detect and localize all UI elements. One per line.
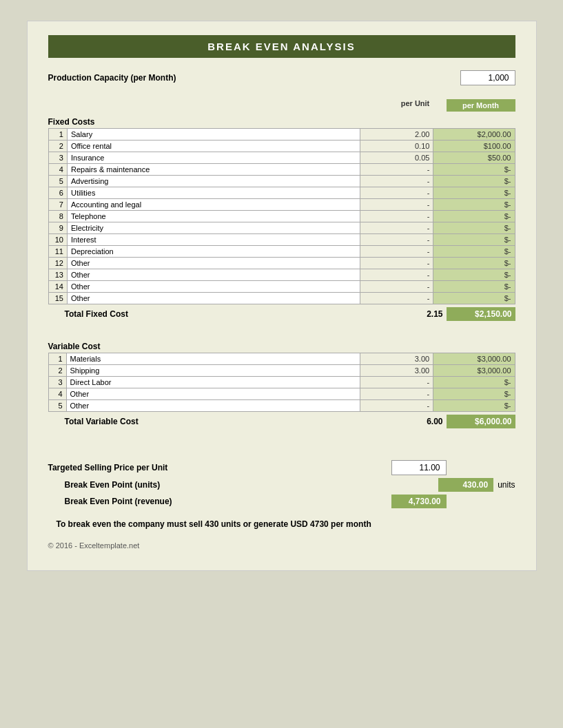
header-per-month: per Month xyxy=(447,99,515,112)
row-unit: 0.10 xyxy=(360,141,433,152)
row-name[interactable]: Office rental xyxy=(67,141,360,152)
main-container: BREAK EVEN ANALYSIS Production Capacity … xyxy=(27,21,537,571)
row-name[interactable]: Other xyxy=(67,258,360,269)
row-month: $- xyxy=(433,246,515,258)
row-unit: - xyxy=(360,281,433,293)
fixed-cost-row: 2 Office rental 0.10 $100.00 xyxy=(48,141,515,152)
row-month: $- xyxy=(433,281,515,293)
fixed-costs-label: Fixed Costs xyxy=(48,117,515,127)
variable-cost-row: 1 Materials 3.00 $3,000.00 xyxy=(48,353,515,365)
row-month: $- xyxy=(433,293,515,304)
row-month: $- xyxy=(433,164,515,176)
row-number: 15 xyxy=(48,293,67,304)
row-name[interactable]: Advertising xyxy=(67,176,360,187)
row-month: $- xyxy=(433,211,515,222)
row-unit: - xyxy=(360,246,433,258)
bottom-section: Targeted Selling Price per Unit 11.00 Br… xyxy=(48,460,515,508)
row-month: $- xyxy=(433,377,515,388)
row-name[interactable]: Insurance xyxy=(67,152,360,164)
row-number: 9 xyxy=(48,222,67,234)
row-unit: - xyxy=(360,258,433,269)
row-number: 12 xyxy=(48,258,67,269)
targeted-selling-value[interactable]: 11.00 xyxy=(391,460,447,475)
row-unit: 3.00 xyxy=(360,365,433,377)
row-name[interactable]: Depreciation xyxy=(67,246,360,258)
fixed-cost-row: 10 Interest - $- xyxy=(48,234,515,246)
total-fixed-cost-row: Total Fixed Cost 2.15 $2,150.00 xyxy=(48,307,515,321)
fixed-cost-row: 12 Other - $- xyxy=(48,258,515,269)
row-month: $- xyxy=(433,222,515,234)
variable-cost-row: 3 Direct Labor - $- xyxy=(48,377,515,388)
row-name[interactable]: Accounting and legal xyxy=(67,199,360,211)
fixed-cost-row: 4 Repairs & maintenance - $- xyxy=(48,164,515,176)
row-name[interactable]: Other xyxy=(66,388,360,400)
row-name[interactable]: Electricity xyxy=(67,222,360,234)
fixed-cost-row: 5 Advertising - $- xyxy=(48,176,515,187)
row-name[interactable]: Direct Labor xyxy=(66,377,360,388)
row-unit: - xyxy=(360,234,433,246)
production-label: Production Capacity (per Month) xyxy=(48,73,460,83)
row-unit: - xyxy=(360,211,433,222)
production-capacity-row: Production Capacity (per Month) 1,000 xyxy=(48,70,515,85)
summary-text: To break even the company must sell 430 … xyxy=(48,519,515,529)
fixed-cost-row: 7 Accounting and legal - $- xyxy=(48,199,515,211)
row-month: $2,000.00 xyxy=(433,129,515,141)
row-number: 3 xyxy=(48,377,66,388)
production-value[interactable]: 1,000 xyxy=(460,70,515,85)
fixed-cost-row: 14 Other - $- xyxy=(48,281,515,293)
row-month: $- xyxy=(433,176,515,187)
fixed-cost-row: 3 Insurance 0.05 $50.00 xyxy=(48,152,515,164)
row-name[interactable]: Telephone xyxy=(67,211,360,222)
row-month: $50.00 xyxy=(433,152,515,164)
total-fixed-cost-label: Total Fixed Cost xyxy=(48,309,385,319)
footer: © 2016 - Exceltemplate.net xyxy=(48,541,515,550)
row-number: 1 xyxy=(48,353,66,365)
row-name[interactable]: Materials xyxy=(66,353,360,365)
total-fixed-cost-month: $2,150.00 xyxy=(447,307,515,321)
row-number: 5 xyxy=(48,400,66,412)
row-name[interactable]: Interest xyxy=(67,234,360,246)
fixed-cost-row: 15 Other - $- xyxy=(48,293,515,304)
total-variable-cost-unit: 6.00 xyxy=(385,417,447,426)
total-variable-cost-row: Total Variable Cost 6.00 $6,000.00 xyxy=(48,415,515,428)
row-unit: 0.05 xyxy=(360,152,433,164)
row-name[interactable]: Repairs & maintenance xyxy=(67,164,360,176)
row-name[interactable]: Shipping xyxy=(66,365,360,377)
targeted-selling-label: Targeted Selling Price per Unit xyxy=(48,463,391,472)
row-number: 3 xyxy=(48,152,67,164)
row-month: $- xyxy=(433,258,515,269)
row-name[interactable]: Other xyxy=(66,400,360,412)
row-month: $- xyxy=(433,388,515,400)
row-name[interactable]: Other xyxy=(67,269,360,281)
fixed-cost-row: 6 Utilities - $- xyxy=(48,187,515,199)
units-suffix: units xyxy=(498,480,515,490)
break-even-revenue-row: Break Even Point (revenue) 4,730.00 xyxy=(48,495,515,508)
fixed-cost-row: 9 Electricity - $- xyxy=(48,222,515,234)
row-name[interactable]: Other xyxy=(67,293,360,304)
break-even-units-label: Break Even Point (units) xyxy=(48,480,384,490)
fixed-costs-table: 1 Salary 2.00 $2,000.00 2 Office rental … xyxy=(48,128,515,304)
row-unit: - xyxy=(360,164,433,176)
break-even-units-row: Break Even Point (units) 430.00 units xyxy=(48,478,515,492)
row-number: 8 xyxy=(48,211,67,222)
row-month: $- xyxy=(433,199,515,211)
variable-cost-row: 4 Other - $- xyxy=(48,388,515,400)
fixed-cost-row: 8 Telephone - $- xyxy=(48,211,515,222)
row-number: 4 xyxy=(48,388,66,400)
row-month: $- xyxy=(433,400,515,412)
row-number: 4 xyxy=(48,164,67,176)
row-unit: - xyxy=(360,293,433,304)
row-unit: - xyxy=(360,400,433,412)
fixed-cost-row: 11 Depreciation - $- xyxy=(48,246,515,258)
row-name[interactable]: Utilities xyxy=(67,187,360,199)
row-name[interactable]: Salary xyxy=(67,129,360,141)
row-month: $- xyxy=(433,187,515,199)
row-month: $3,000.00 xyxy=(433,353,515,365)
row-month: $- xyxy=(433,234,515,246)
row-name[interactable]: Other xyxy=(67,281,360,293)
variable-cost-row: 2 Shipping 3.00 $3,000.00 xyxy=(48,365,515,377)
variable-costs-label: Variable Cost xyxy=(48,342,515,351)
row-unit: - xyxy=(360,388,433,400)
row-number: 7 xyxy=(48,199,67,211)
row-month: $100.00 xyxy=(433,141,515,152)
